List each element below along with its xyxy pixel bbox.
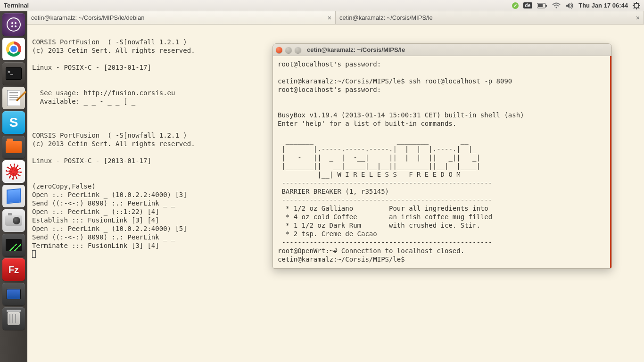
dash-icon[interactable] [2,13,25,36]
sound-icon[interactable] [565,2,574,9]
svg-point-3 [556,7,557,8]
text-editor-icon[interactable] [2,87,25,109]
close-icon[interactable]: × [636,15,640,21]
files-icon[interactable] [2,136,25,158]
system-monitor-icon[interactable] [2,234,25,256]
camera-icon[interactable] [2,209,25,232]
battery-icon[interactable] [537,3,547,8]
terminal-icon[interactable]: >_ [2,62,25,85]
wifi-icon[interactable] [552,2,561,9]
svg-line-11 [638,8,639,8]
terminal-tab-1[interactable]: cetin@karamalz: ~/Corsis/MIPS/le × [336,11,644,24]
window-maximize-icon[interactable] [295,47,301,53]
keyboard-layout-indicator[interactable]: de [523,2,533,8]
svg-marker-4 [566,3,570,8]
svg-line-10 [634,3,635,4]
svg-point-5 [634,3,639,8]
top-menubar: Terminal de Thu Jan 17 06:44 [0,0,644,11]
sync-ok-icon[interactable] [512,2,519,9]
window-close-icon[interactable] [276,47,282,53]
mathematica-icon[interactable] [2,160,25,183]
clock[interactable]: Thu Jan 17 06:44 [578,2,628,9]
svg-line-13 [634,8,635,8]
terminal-tabbar: cetin@karamalz: ~/Corsis/MIPS/le/debian … [27,11,644,25]
session-gear-icon[interactable] [633,2,640,9]
window-titlebar[interactable]: cetin@karamalz: ~/Corsis/MIPS/le [273,44,611,56]
secondary-terminal-window[interactable]: cetin@karamalz: ~/Corsis/MIPS/le root@lo… [272,43,612,269]
tab-title: cetin@karamalz: ~/Corsis/MIPS/le [339,14,633,21]
window-resize-edge[interactable] [610,56,611,268]
svg-rect-1 [545,5,547,7]
skype-icon[interactable]: S [2,111,25,134]
trash-icon[interactable] [2,307,25,330]
window-minimize-icon[interactable] [285,47,292,53]
active-app-title: Terminal [4,2,29,9]
window-title: cetin@karamalz: ~/Corsis/MIPS/le [307,46,405,53]
unity-launcher: >_ S Fz [0,11,27,362]
tab-title: cetin@karamalz: ~/Corsis/MIPS/le/debian [31,14,325,21]
terminal-tab-0[interactable]: cetin@karamalz: ~/Corsis/MIPS/le/debian … [27,11,336,24]
svg-rect-2 [538,4,543,7]
close-icon[interactable]: × [328,15,331,21]
svg-line-12 [638,3,639,4]
terminal-output: root@localhost's password: cetin@karamal… [273,56,611,268]
chrome-icon[interactable] [2,38,25,60]
remote-desktop-icon[interactable] [2,283,25,305]
filezilla-icon[interactable]: Fz [2,258,25,281]
virtualbox-icon[interactable] [2,185,25,207]
